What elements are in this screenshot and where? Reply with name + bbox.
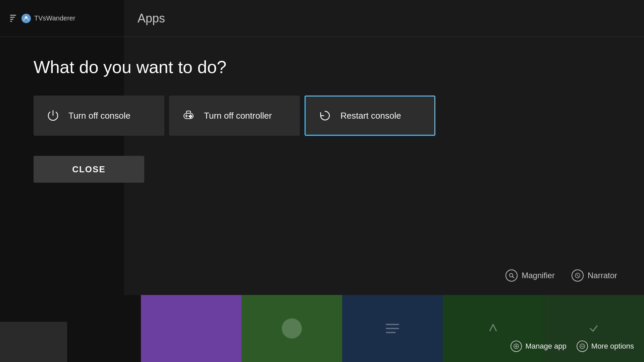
svg-point-7 — [190, 117, 191, 118]
restart-console-label: Restart console — [340, 111, 401, 121]
magnifier-button[interactable]: Magnifier — [505, 269, 555, 282]
tile-darkgreen-content — [443, 295, 543, 362]
tile-darkgreen-icon — [486, 322, 500, 335]
close-button[interactable]: CLOSE — [34, 156, 144, 183]
more-options-icon — [577, 341, 588, 352]
svg-line-11 — [513, 277, 514, 278]
restart-icon — [318, 108, 332, 123]
manage-app-icon — [511, 341, 522, 352]
tile-left-space — [0, 295, 141, 362]
tile-green[interactable] — [241, 295, 342, 362]
header-right: Apps — [124, 11, 644, 25]
narrator-button[interactable]: Narrator — [572, 269, 617, 282]
svg-point-17 — [581, 346, 582, 347]
header-left: TVsWanderer — [0, 0, 124, 37]
tile-purple[interactable] — [141, 295, 241, 362]
magnifier-label: Magnifier — [522, 271, 555, 280]
magnifier-icon — [505, 269, 518, 282]
more-options-button[interactable]: More options — [577, 341, 634, 352]
turn-off-controller-button[interactable]: Turn off controller — [169, 96, 300, 136]
controller-icon — [181, 108, 196, 123]
power-icon — [46, 108, 60, 123]
svg-point-18 — [582, 346, 583, 347]
tile-darkgreen[interactable] — [443, 295, 543, 362]
narrator-label: Narrator — [588, 271, 617, 280]
page-title: Apps — [138, 11, 165, 25]
accessibility-row: Magnifier Narrator — [505, 269, 617, 282]
turn-off-controller-label: Turn off controller — [204, 111, 272, 121]
user-nav[interactable]: TVsWanderer — [21, 14, 75, 23]
tile-green-content — [241, 295, 342, 362]
tile-gray — [0, 322, 67, 362]
tile-last-content — [543, 295, 644, 362]
tile-green-icon — [282, 318, 302, 339]
app-tiles — [0, 295, 644, 362]
restart-console-button[interactable]: Restart console — [305, 96, 435, 136]
bottom-right-options: Manage app More options — [511, 341, 634, 352]
user-avatar — [21, 14, 31, 23]
username-label: TVsWanderer — [34, 14, 75, 22]
narrator-icon — [572, 269, 584, 282]
svg-point-19 — [583, 346, 584, 347]
tile-navy-content — [342, 295, 443, 362]
library-icon — [10, 15, 16, 22]
close-label: CLOSE — [72, 164, 106, 175]
tile-navy-icon — [386, 324, 399, 333]
manage-app-label: Manage app — [525, 342, 566, 351]
turn-off-console-label: Turn off console — [68, 111, 130, 121]
more-options-label: More options — [591, 342, 634, 351]
header: TVsWanderer Apps — [0, 0, 644, 37]
manage-app-button[interactable]: Manage app — [511, 341, 566, 352]
tile-purple-content — [141, 295, 241, 362]
page-question: What do you want to do? — [34, 57, 610, 77]
svg-point-5 — [191, 116, 192, 117]
tile-last-icon — [587, 322, 600, 335]
turn-off-console-button[interactable]: Turn off console — [34, 96, 164, 136]
bars-icon — [10, 15, 16, 22]
tile-last[interactable] — [543, 295, 644, 362]
options-row: Turn off console Turn off controller — [34, 96, 610, 136]
svg-point-6 — [189, 116, 190, 117]
svg-point-4 — [190, 115, 191, 116]
tile-navy[interactable] — [342, 295, 443, 362]
